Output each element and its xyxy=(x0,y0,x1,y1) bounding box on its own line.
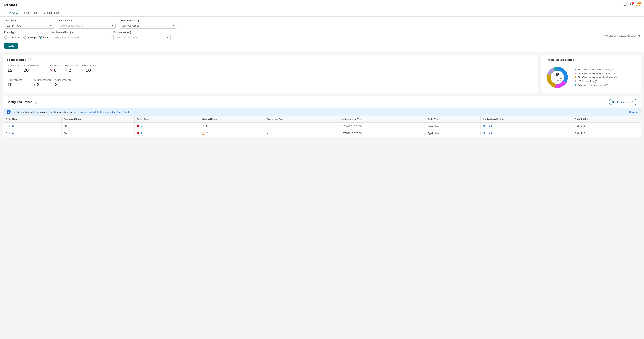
header-actions: 1 1 xyxy=(623,2,640,6)
inactive-endpoints-value: ● 2 xyxy=(34,82,51,87)
radio-dot-both xyxy=(40,37,41,38)
scheduled-runs-label: Scheduled runs xyxy=(24,64,38,67)
time-period-label: Time Period xyxy=(4,19,54,22)
cell-scheduled-runs-1: 88 xyxy=(61,130,134,137)
cell-endpoint-name-0: Endpoint 6 xyxy=(572,122,641,130)
skip-icon-0: △ xyxy=(202,125,204,128)
scheduled-runs-value: 20 xyxy=(24,67,38,73)
main-content: Probe Metrics i Total Probes 12 Schedule… xyxy=(0,52,644,140)
table-row: Probe 0 88 ✖ 63 △ 21 4 xyxy=(3,130,641,137)
configured-probes-section: Configured Probes i Create new probe ▼ i… xyxy=(3,96,641,137)
failed-runs-value: ✖ 8 xyxy=(50,67,60,73)
tab-overview[interactable]: Overview xyxy=(4,10,21,16)
warning-button[interactable]: 1 xyxy=(636,2,640,6)
cell-last-launched-1: 12/22/2023 9:38 AM xyxy=(339,130,425,137)
col-scheduled-runs[interactable]: Scheduled Runs xyxy=(61,116,134,122)
active-endpoints-label: Active endpoints xyxy=(55,79,71,81)
legend-item-3: ICA file download (2) xyxy=(574,80,617,82)
inactive-icon: ● xyxy=(34,83,36,87)
active-endpoints-metric: Active endpoints 8 xyxy=(55,79,75,90)
legend-item-1: Storefront / Workspace enumeration (3) xyxy=(574,72,617,75)
refresh-button[interactable] xyxy=(623,2,627,6)
donut-legend: Storefront / Workspace reachability (5) … xyxy=(574,68,617,86)
legend-dot-4 xyxy=(574,84,576,86)
cell-last-launched-0: 12/22/2023 9:38 AM xyxy=(339,122,425,130)
col-skipped-runs[interactable]: Skipped Runs xyxy=(200,116,264,122)
probe-name-link-0[interactable]: Probe 0 xyxy=(6,125,14,127)
legend-dot-2 xyxy=(574,76,576,78)
col-probe-type[interactable]: Probe Type xyxy=(425,116,480,122)
endpoint-name-select[interactable]: Select endpoint name ▼ xyxy=(58,23,116,28)
cell-probe-name-1: Probe 0 xyxy=(3,130,61,137)
configured-probes-header: Configured Probes i Create new probe ▼ xyxy=(3,96,641,108)
cell-successful-runs-0: 3 xyxy=(264,122,339,130)
probe-failure-stage-select[interactable]: All probe results ▼ xyxy=(120,23,177,28)
radio-circle-desktop xyxy=(23,36,26,39)
col-probe-name[interactable]: Probe Name xyxy=(3,116,61,122)
probe-failure-stages-card: Probe Failure Stages xyxy=(541,54,641,93)
application-names-group: Application Name(s) Select application n… xyxy=(52,31,109,40)
fail-icon-0: ✖ xyxy=(137,125,139,128)
chevron-down-icon: ▼ xyxy=(632,101,634,103)
legend-item-0: Storefront / Workspace reachability (5) xyxy=(574,68,617,71)
chevron-down-icon: ▼ xyxy=(166,36,168,38)
total-endpoints-label: Total Endpoints xyxy=(7,79,22,81)
radio-desktop-label: Desktop xyxy=(27,36,36,39)
time-period-group: Time Period Last 24 Hours ▼ xyxy=(4,19,54,28)
col-last-launched[interactable]: Last Launched Time xyxy=(339,116,425,122)
col-failed-runs[interactable]: Failed Runs ↓ xyxy=(134,116,200,122)
total-endpoints-value: 10 xyxy=(7,82,22,87)
probes-table: Probe Name Scheduled Runs Failed Runs ↓ … xyxy=(3,116,641,137)
legend-label-2: Storefront / Workspace authentication (4… xyxy=(578,76,617,79)
radio-desktop[interactable]: Desktop xyxy=(23,36,36,39)
failed-runs-link-1[interactable]: 63 xyxy=(140,132,143,134)
metric-divider-2 xyxy=(30,79,30,90)
notification-button[interactable]: 1 xyxy=(630,2,633,6)
configured-probes-info-icon[interactable]: i xyxy=(34,101,36,104)
create-probe-button[interactable]: Create new probe ▼ xyxy=(609,99,638,105)
probe-name-link-1[interactable]: Probe 0 xyxy=(6,132,14,135)
info-banner: i For the most accurate information rega… xyxy=(3,108,641,116)
dismiss-button[interactable]: Dismiss xyxy=(629,111,638,113)
legend-label-0: Storefront / Workspace reachability (5) xyxy=(578,68,614,71)
endpoint-name-group: Endpoint Name Select endpoint name ▼ xyxy=(58,19,116,28)
legend-label-4: Application / Desktop launch (1) xyxy=(578,84,608,86)
radio-application[interactable]: Application xyxy=(4,36,20,39)
inactive-endpoints-label: Inactive endpoints xyxy=(34,79,51,81)
desktop-names-select[interactable]: Select desktop name ▼ xyxy=(114,34,170,40)
skipped-runs-metric: Skipped runs △ 2 xyxy=(65,64,82,75)
info-banner-link[interactable]: upgrade to the latest version of the Pro… xyxy=(80,111,130,113)
col-successful-runs[interactable]: Successful Runs xyxy=(264,116,339,122)
failed-runs-metric: Failed runs ✖ 8 xyxy=(50,64,65,75)
info-banner-icon: i xyxy=(6,110,10,114)
table-row: Probe 0 88 ✖ 66 △ 19 3 xyxy=(3,122,641,130)
cell-skipped-runs-0: △ 19 xyxy=(200,122,264,130)
app-desktop-link-0[interactable]: Notepad xyxy=(483,125,492,127)
total-probes-metric: Total Probes 12 xyxy=(7,64,24,75)
radio-both[interactable]: Both xyxy=(39,36,48,39)
apply-button[interactable]: Apply xyxy=(4,43,18,49)
tab-probe-runs[interactable]: Probe Runs xyxy=(21,10,41,16)
cell-failed-runs-1: ✖ 63 xyxy=(134,130,200,137)
metrics-row: Probe Metrics i Total Probes 12 Schedule… xyxy=(3,54,641,93)
failed-runs-link-0[interactable]: 66 xyxy=(140,125,143,127)
application-names-label: Application Name(s) xyxy=(52,31,109,33)
time-period-select[interactable]: Last 24 Hours ▼ xyxy=(4,23,54,28)
col-endpoint-name[interactable]: Endpoint Name xyxy=(572,116,641,122)
col-app-desktop[interactable]: Application / Deskto... xyxy=(480,116,572,122)
app-desktop-link-1[interactable]: Notepad xyxy=(483,132,492,135)
skipped-runs-label: Skipped runs xyxy=(65,64,77,67)
probe-failure-stage-label: Probe Failure Stage xyxy=(120,19,177,22)
scheduled-runs-metric: Scheduled runs 20 xyxy=(24,64,43,75)
radio-circle-both xyxy=(39,36,42,39)
legend-item-4: Application / Desktop launch (1) xyxy=(574,84,617,86)
legend-label-1: Storefront / Workspace enumeration (3) xyxy=(578,72,616,75)
donut-section: 15 Failed probe runs Storefront / Worksp… xyxy=(546,66,637,89)
application-names-select[interactable]: Select application name ▼ xyxy=(52,34,109,40)
chevron-down-icon: ▼ xyxy=(50,25,52,27)
legend-dot-1 xyxy=(574,72,576,74)
tab-configuration[interactable]: Configuration xyxy=(41,10,62,16)
skip-icon: △ xyxy=(65,68,68,72)
page-title: Probes xyxy=(4,3,18,7)
probe-metrics-info-icon[interactable]: i xyxy=(28,58,30,61)
